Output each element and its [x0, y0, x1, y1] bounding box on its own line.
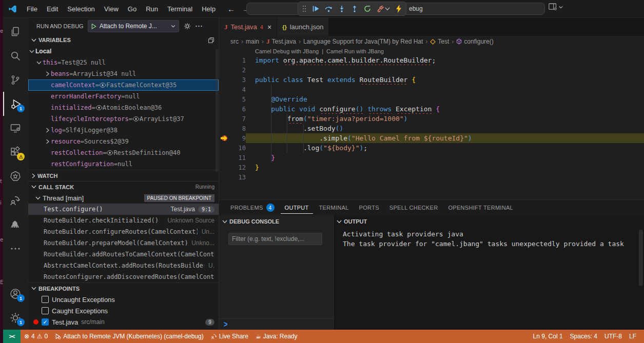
breakpoint-checkbox[interactable] [42, 296, 49, 303]
breakpoint-gutter[interactable] [219, 133, 230, 143]
stack-frame[interactable]: RouteBuilder.checkInitialized()Unknown S… [28, 215, 219, 226]
stack-frame[interactable]: RouteBuilder.addRoutesToCamelContext(Cam… [28, 249, 219, 260]
activity-run-and-debug[interactable]: 1 [3, 92, 28, 116]
activity-camel[interactable] [3, 212, 28, 236]
variable-row-this[interactable]: this = Test@25 null [28, 57, 219, 68]
live-share-status[interactable]: Live Share [207, 330, 252, 343]
activity-explorer[interactable] [3, 19, 28, 44]
menu-file[interactable]: File [22, 3, 42, 15]
activity-search[interactable] [3, 44, 28, 68]
panel-tab-output[interactable]: OUTPUT [281, 202, 313, 214]
code-text[interactable]: public void configure() throws Exception… [246, 104, 644, 114]
activity-extensions[interactable]: ⚠ [3, 140, 28, 164]
stack-frame[interactable]: RouteBuilder.prepareModel(CamelContext)U… [28, 237, 219, 249]
chevron-right-icon[interactable] [44, 139, 51, 144]
thread-row[interactable]: Thread [main] PAUSED ON BREAKPOINT [28, 192, 219, 204]
step-over-button[interactable] [325, 5, 333, 12]
output-header[interactable]: OUTPUT [334, 215, 644, 228]
breakpoints-section-header[interactable]: BREAKPOINTS [28, 283, 219, 294]
problems-status[interactable]: ⊗ 4 ⚠ 0 [21, 330, 51, 343]
code-text[interactable] [246, 172, 644, 182]
disconnect-button[interactable] [377, 5, 390, 12]
variable-row-camelcontext[interactable]: camelContext = FastCamelContext@35 [28, 79, 219, 91]
breakpoint-row-test-java[interactable]: ✓Test.javasrc/main9 [28, 316, 219, 328]
continue-button[interactable] [312, 5, 319, 12]
launch-config-select[interactable]: Attach to Remote J... [88, 20, 179, 32]
breakpoint-gutter[interactable] [219, 143, 230, 153]
lazy-eye-icon[interactable] [132, 116, 140, 122]
call-stack-section-header[interactable]: CALL STACK Running [28, 181, 219, 192]
debug-console-prompt[interactable]: > [219, 318, 333, 330]
breakpoint-row-uncaught-exceptions[interactable]: Uncaught Exceptions [28, 294, 219, 305]
code-text[interactable]: } [246, 153, 644, 163]
breadcrumb-item-test-java[interactable]: JTest.java [266, 37, 296, 46]
customize-layout-button[interactable] [549, 3, 563, 11]
encoding-status[interactable]: UTF-8 [601, 330, 626, 343]
breadcrumb-item-src[interactable]: src [230, 38, 239, 45]
nav-back-button[interactable]: ← [227, 5, 235, 13]
java-status[interactable]: ☕ Java: Ready [252, 330, 301, 343]
codelens-camel-debug-link[interactable]: Camel Debug with JBang [255, 48, 319, 54]
variable-row-errorhandlerfactory[interactable]: errorHandlerFactory = null [28, 91, 219, 102]
breakpoint-gutter[interactable] [219, 75, 230, 85]
chevron-right-icon[interactable] [44, 71, 51, 76]
variable-row-lifecycleinterceptors[interactable]: lifecycleInterceptors = ArrayList@37 [28, 113, 219, 125]
step-out-button[interactable] [351, 5, 358, 12]
codelens-camel-run-link[interactable]: Camel Run with JBang [326, 48, 384, 54]
variables-actions-icon[interactable] [208, 37, 214, 44]
breakpoint-gutter[interactable] [219, 163, 230, 172]
panel-tab-problems[interactable]: PROBLEMS4 [226, 201, 279, 214]
breakpoint-gutter[interactable] [219, 94, 230, 104]
breakpoint-gutter[interactable] [219, 65, 230, 75]
stack-frame[interactable]: AbstractCamelContext.addRoutes(RoutesBui… [28, 260, 219, 271]
variables-section-header[interactable]: VARIABLES [28, 34, 219, 46]
restart-button[interactable] [364, 5, 371, 12]
variable-row-restcollection[interactable]: restCollection = RestsDefinition@40 [28, 147, 219, 158]
debug-console-header[interactable]: DEBUG CONSOLE [219, 215, 333, 228]
breakpoint-gutter[interactable] [219, 114, 230, 124]
debug-target-status[interactable]: Attach to Remote JVM (Kubernetes) (camel… [51, 330, 207, 343]
chevron-down-icon[interactable] [385, 7, 390, 11]
watch-section-header[interactable]: WATCH [28, 170, 219, 181]
menu-go[interactable]: Go [123, 3, 141, 15]
variables-scope-row[interactable]: Local [28, 46, 219, 57]
code-text[interactable] [246, 65, 644, 75]
panel-tab-openshift-terminal[interactable]: OPENSHIFT TERMINAL [444, 202, 517, 213]
breakpoint-gutter[interactable] [219, 85, 230, 94]
panel-tab-spell-checker[interactable]: SPELL CHECKER [385, 202, 442, 213]
sidebar-scrollbar[interactable] [216, 49, 218, 172]
menu-selection[interactable]: Selection [63, 3, 99, 15]
debug-console-filter-input[interactable]: Filter (e.g. text, !exclude,... [228, 233, 322, 245]
output-scrollbar[interactable] [639, 230, 643, 286]
chevron-down-icon[interactable] [28, 50, 35, 53]
chevron-down-icon[interactable] [35, 61, 43, 65]
breakpoint-checkbox[interactable] [42, 307, 49, 314]
lazy-eye-icon[interactable] [95, 105, 103, 110]
stack-frame[interactable]: RouteBuilder.configureRoutes(CamelContex… [28, 226, 219, 237]
panel-tab-terminal[interactable]: TERMINAL [315, 202, 353, 213]
breadcrumb-item-test[interactable]: Test [430, 38, 449, 45]
menu-help[interactable]: Help [197, 3, 220, 15]
code-editor[interactable]: Camel Debug with JBang | Camel Run with … [219, 47, 644, 199]
menu-terminal[interactable]: Terminal [163, 3, 197, 15]
code-text[interactable]: from("timer:java?period=1000") [246, 114, 644, 124]
activity-source-control[interactable] [3, 68, 28, 92]
menu-edit[interactable]: Edit [42, 3, 63, 15]
breakpoint-gutter[interactable] [219, 124, 230, 133]
tab-launch-json[interactable]: {}launch.json [277, 18, 329, 36]
breakpoint-gutter[interactable] [219, 55, 230, 65]
variable-row-restconfiguration[interactable]: restConfiguration = null [28, 158, 219, 170]
camel-debug-button[interactable] [396, 5, 402, 13]
variable-row-initialized[interactable]: initialized = AtomicBoolean@36 [28, 102, 219, 113]
code-text[interactable]: .simple("Hello Camel from ${routeId}") [246, 133, 644, 143]
remote-indicator[interactable]: >< [3, 330, 21, 343]
code-text[interactable]: @Override [246, 94, 644, 104]
menu-view[interactable]: View [100, 3, 123, 15]
code-text[interactable]: } [246, 163, 644, 172]
code-text[interactable]: public class Test extends RouteBuilder { [246, 75, 644, 85]
variable-row-resource[interactable]: resource = Sources$2@39 [28, 136, 219, 147]
breadcrumb-item-language-support-for-java-tm-by-red-hat[interactable]: Language Support for Java(TM) by Red Hat [303, 38, 423, 45]
activity-accounts[interactable]: 1 [3, 281, 28, 306]
breakpoint-gutter[interactable] [219, 104, 230, 114]
lazy-eye-icon[interactable] [99, 83, 106, 88]
